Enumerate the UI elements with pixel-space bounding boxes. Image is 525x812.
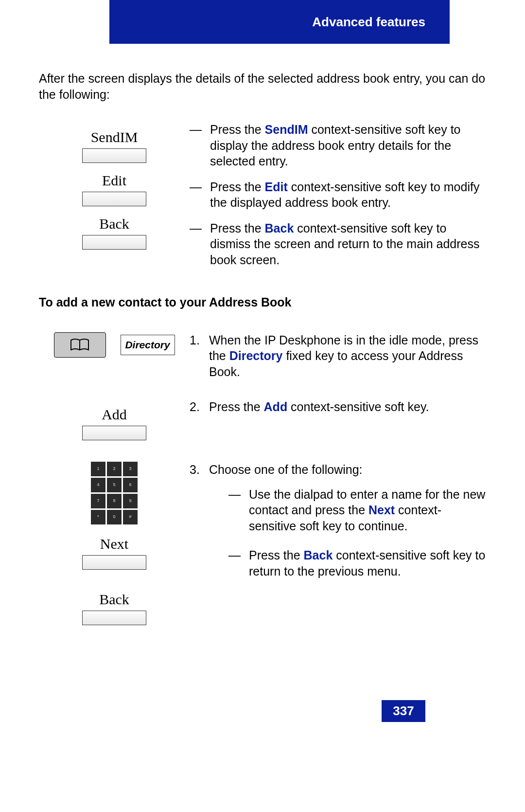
- step-2-row: Add 2. Press the Add context-sensitive s…: [39, 399, 486, 442]
- step-3-text: 3. Choose one of the following: Use the …: [190, 462, 486, 593]
- key-star: *: [91, 510, 105, 524]
- keyword-edit: Edit: [265, 180, 288, 194]
- softkey-column-1: SendIM Edit Back: [39, 122, 190, 252]
- instruction-item: Press the Edit context-sensitive soft ke…: [190, 179, 486, 211]
- directory-key-group: Directory: [54, 332, 175, 358]
- text: Use the dialpad to enter a name for the …: [249, 487, 485, 517]
- key-5: 5: [107, 478, 122, 492]
- instruction-item: Press the Back context-sensitive soft ke…: [190, 220, 486, 268]
- keyword-back: Back: [265, 221, 294, 235]
- page-number-container: 337: [109, 700, 450, 722]
- softkey-button-edit[interactable]: [82, 192, 146, 206]
- softkey-button-sendim[interactable]: [82, 148, 146, 163]
- softkey-label-edit: Edit: [102, 171, 126, 190]
- text: Choose one of the following:: [209, 463, 363, 476]
- header-title: Advanced features: [312, 15, 425, 30]
- key-3: 3: [123, 462, 138, 476]
- step-3-sublist: Use the dialpad to enter a name for the …: [228, 487, 486, 579]
- instruction-list-1: Press the SendIM context-sensitive soft …: [190, 122, 486, 268]
- step-2-text: 2. Press the Add context-sensitive soft …: [190, 399, 486, 415]
- step-number: 1.: [190, 332, 209, 380]
- text: Press the: [210, 180, 265, 194]
- intro-text: After the screen displays the details of…: [39, 71, 486, 102]
- step-1-row: Directory 1. When the IP Deskphone is in…: [39, 332, 486, 380]
- page-content: After the screen displays the details of…: [0, 44, 525, 651]
- key-6: 6: [123, 478, 138, 492]
- section-1: SendIM Edit Back Press the SendIM contex…: [39, 122, 486, 277]
- softkey-label-add: Add: [102, 405, 127, 424]
- keyword-add: Add: [264, 400, 288, 414]
- sub-item: Press the Back context-sensitive soft ke…: [228, 547, 486, 579]
- text: Press the: [209, 400, 264, 414]
- keyword-back: Back: [304, 548, 333, 562]
- key-0: 0: [107, 510, 122, 524]
- book-icon: [70, 338, 90, 352]
- key-9: 9: [123, 494, 138, 508]
- keyword-directory: Directory: [229, 349, 283, 362]
- step-3-row: 1 2 3 4 5 6 7 8 9 * 0 # Next Back 3.: [39, 462, 486, 627]
- section-heading-add-contact: To add a new contact to your Address Boo…: [39, 294, 486, 310]
- keyword-next: Next: [368, 503, 395, 517]
- directory-key-column: Directory: [39, 332, 190, 358]
- softkey-button-back2[interactable]: [82, 611, 146, 625]
- directory-hard-key[interactable]: [54, 332, 106, 358]
- text: Press the: [210, 123, 265, 136]
- instruction-column-1: Press the SendIM context-sensitive soft …: [190, 122, 486, 277]
- keyword-sendim: SendIM: [265, 123, 308, 136]
- keypad-softkey-column: 1 2 3 4 5 6 7 8 9 * 0 # Next Back: [39, 462, 190, 627]
- step-1-text: 1. When the IP Deskphone is in the idle …: [190, 332, 486, 380]
- text: context-sensitive soft key.: [287, 400, 429, 414]
- key-1: 1: [91, 462, 105, 476]
- softkey-column-add: Add: [39, 399, 190, 442]
- key-hash: #: [123, 510, 138, 524]
- step-number: 3.: [190, 462, 209, 593]
- step-number: 2.: [190, 399, 209, 415]
- page-number: 337: [382, 700, 425, 722]
- directory-label-box: Directory: [121, 335, 175, 355]
- softkey-button-back[interactable]: [82, 235, 146, 250]
- softkey-label-back2: Back: [99, 590, 129, 609]
- softkey-label-next: Next: [100, 534, 128, 553]
- softkey-button-add[interactable]: [82, 426, 146, 440]
- key-2: 2: [107, 462, 122, 476]
- instruction-item: Press the SendIM context-sensitive soft …: [190, 122, 486, 169]
- key-7: 7: [91, 494, 105, 508]
- sub-item: Use the dialpad to enter a name for the …: [228, 487, 486, 534]
- key-4: 4: [91, 478, 105, 492]
- text: Press the: [249, 548, 304, 562]
- directory-label: Directory: [125, 338, 170, 351]
- dialpad-icon: 1 2 3 4 5 6 7 8 9 * 0 #: [91, 462, 138, 524]
- key-8: 8: [107, 494, 122, 508]
- softkey-label-back: Back: [99, 214, 129, 233]
- header-bar: Advanced features: [109, 0, 450, 44]
- softkey-label-sendim: SendIM: [91, 127, 138, 146]
- softkey-button-next[interactable]: [82, 555, 146, 570]
- text: Press the: [210, 221, 265, 235]
